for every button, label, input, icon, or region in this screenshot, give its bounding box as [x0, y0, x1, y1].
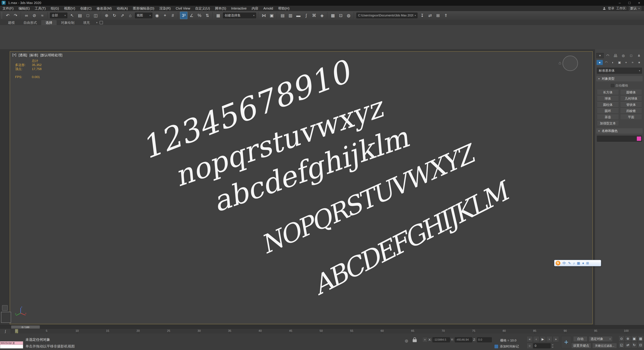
keyboard-override-icon[interactable]: #: [169, 12, 176, 19]
orbit-icon[interactable]: ↻: [631, 342, 637, 348]
torus-button[interactable]: 圆环: [597, 108, 619, 113]
time-tag[interactable]: 添加时间标记: [494, 344, 519, 349]
menu-group[interactable]: 组(G): [48, 6, 62, 11]
maximize-viewport-toggle-icon[interactable]: ⊡: [638, 342, 644, 348]
maxscript-listener-pane[interactable]: [0, 345, 23, 349]
menu-tools[interactable]: 工具(T): [32, 6, 48, 11]
previous-frame-button[interactable]: ‹: [533, 336, 539, 342]
name-color-rollout-header[interactable]: ▼ 名称和颜色: [596, 128, 643, 134]
menu-create[interactable]: 创建(C): [78, 6, 94, 11]
time-slider-track[interactable]: 0 / 100: [0, 325, 644, 329]
sogou-ime-toolbar[interactable]: S 中✎♪▦♦⊞: [554, 260, 601, 266]
textplus-button[interactable]: 加强型文本: [597, 121, 619, 126]
render-setup-icon[interactable]: ▩: [329, 12, 336, 19]
selection-lock-icon[interactable]: [413, 339, 417, 342]
ime-toolbox-icon[interactable]: ⊞: [586, 261, 589, 265]
selected-objects-dropdown[interactable]: 选定对象 ▾: [589, 336, 612, 342]
object-name-field[interactable]: [597, 136, 642, 142]
set-key-button[interactable]: 设置关键点: [571, 343, 591, 348]
key-filters-button[interactable]: 关键点过滤器...: [592, 343, 617, 348]
zoom-region-icon[interactable]: ◱: [618, 342, 624, 348]
maximize-button[interactable]: □: [624, 0, 634, 6]
menu-content[interactable]: 内容: [249, 6, 261, 11]
sogou-logo-icon[interactable]: S: [556, 261, 560, 265]
cone-button[interactable]: 圆锥体: [620, 90, 642, 95]
pan-view-icon[interactable]: ⇄: [625, 342, 631, 348]
menu-edit[interactable]: 编辑(E): [16, 6, 32, 11]
menu-help[interactable]: 帮助(H): [276, 6, 292, 11]
menu-customize[interactable]: 自定义(U): [193, 6, 212, 11]
tab-populate[interactable]: 填充: [79, 20, 94, 25]
edit-named-selection-sets-icon[interactable]: ▦: [214, 12, 222, 19]
use-pivot-center-icon[interactable]: ◉: [153, 12, 161, 19]
next-frame-button[interactable]: ›: [546, 336, 552, 342]
current-frame-field[interactable]: 0: [533, 343, 551, 348]
selection-region-icon[interactable]: □: [84, 12, 92, 19]
object-type-rollout-header[interactable]: ▼ 对象类型: [596, 76, 643, 81]
menu-rendering[interactable]: 渲染(R): [157, 6, 173, 11]
menu-interactive[interactable]: Interactive: [229, 6, 249, 11]
category-cameras[interactable]: ▣: [616, 60, 622, 65]
isolate-selection-icon[interactable]: ◎: [404, 338, 409, 344]
viewport-preset-menu[interactable]: [标准]: [30, 53, 38, 57]
schematic-view-icon[interactable]: ⌘: [310, 12, 318, 19]
select-and-link-icon[interactable]: ∞: [23, 12, 30, 19]
asset-library-icon[interactable]: ⊞: [434, 12, 442, 19]
tab-selection[interactable]: 选择: [41, 20, 57, 25]
time-slider-handle[interactable]: 0 / 100: [11, 325, 40, 329]
set-keys-button[interactable]: +: [561, 336, 571, 348]
redo-icon[interactable]: ↷: [12, 12, 19, 19]
material-editor-icon[interactable]: ◈: [318, 12, 326, 19]
spinner-snap-icon[interactable]: ⇅: [204, 12, 211, 19]
workspace-dropdown[interactable]: 默认 ▾: [629, 6, 641, 10]
sign-in-link[interactable]: 登录: [608, 6, 614, 10]
panel-tab-motion[interactable]: ◎: [620, 53, 627, 58]
viewcube-home-icon[interactable]: ⌂: [558, 60, 561, 65]
panel-tab-create[interactable]: +: [596, 53, 604, 58]
panel-tab-modify[interactable]: ◠: [604, 53, 612, 58]
maxscript-macro-pane[interactable]: MAXScript 迷: [0, 341, 23, 345]
ime-keyboard-icon[interactable]: ▦: [577, 261, 580, 265]
panel-tab-display[interactable]: □: [628, 53, 635, 58]
select-and-scale-icon[interactable]: ⇗: [119, 12, 126, 19]
key-mode-toggle-icon[interactable]: ○: [527, 343, 533, 349]
category-lights[interactable]: ◐: [610, 60, 616, 65]
viewport-layout-flyout[interactable]: [1, 312, 11, 323]
mini-curve-editor-button[interactable]: ∫: [0, 329, 11, 334]
zoom-all-icon[interactable]: ⊕: [625, 336, 631, 342]
viewport-shading-menu[interactable]: [默认明暗处理]: [40, 53, 62, 57]
viewport-pov-menu[interactable]: [透视]: [18, 53, 27, 57]
ime-pencil-icon[interactable]: ✎: [568, 261, 571, 265]
category-helpers[interactable]: ⌖: [623, 60, 629, 65]
track-bar[interactable]: ∫ 05101520253035404550556065707580859095…: [0, 329, 644, 334]
scene-explorer-icon[interactable]: ▤: [279, 12, 286, 19]
pyramid-button[interactable]: 四棱锥: [620, 108, 642, 113]
undo-icon[interactable]: ↶: [4, 12, 12, 19]
tab-modeling[interactable]: 建模: [4, 20, 19, 25]
ribbon-pin-icon[interactable]: [100, 21, 103, 24]
autogrid-checkbox[interactable]: [611, 84, 614, 87]
import-file-icon[interactable]: ↧: [418, 12, 426, 19]
go-to-end-button[interactable]: »: [553, 336, 559, 342]
geosphere-button[interactable]: 几何球体: [620, 96, 642, 101]
sphere-button[interactable]: 球体: [597, 96, 619, 101]
category-space-warps[interactable]: ≈: [630, 60, 636, 65]
select-object-icon[interactable]: ↖: [68, 12, 76, 19]
zoom-extents-icon[interactable]: ▣: [631, 336, 637, 342]
align-icon[interactable]: ▣: [268, 12, 276, 19]
viewport-layout-tab-icon[interactable]: [2, 305, 8, 311]
angle-snap-icon[interactable]: ∠: [188, 12, 195, 19]
share-view-icon[interactable]: ⇑: [442, 12, 450, 19]
ime-mic-icon[interactable]: ♪: [573, 261, 575, 265]
mirror-icon[interactable]: ⋈: [260, 12, 268, 19]
menu-civil-view[interactable]: Civil View: [173, 6, 192, 11]
zoom-icon[interactable]: ⊙: [618, 336, 624, 342]
curve-editor-icon[interactable]: ∫: [302, 12, 310, 19]
box-button[interactable]: 长方体: [597, 90, 619, 95]
select-and-place-icon[interactable]: ⌂: [126, 12, 134, 19]
cylinder-button[interactable]: 圆柱体: [597, 102, 619, 107]
select-and-manipulate-icon[interactable]: ⌖: [161, 12, 169, 19]
tab-object-paint[interactable]: 对象绘制: [57, 20, 79, 25]
menu-animation[interactable]: 动画(A): [114, 6, 130, 11]
teapot-button[interactable]: 茶壶: [597, 115, 619, 120]
